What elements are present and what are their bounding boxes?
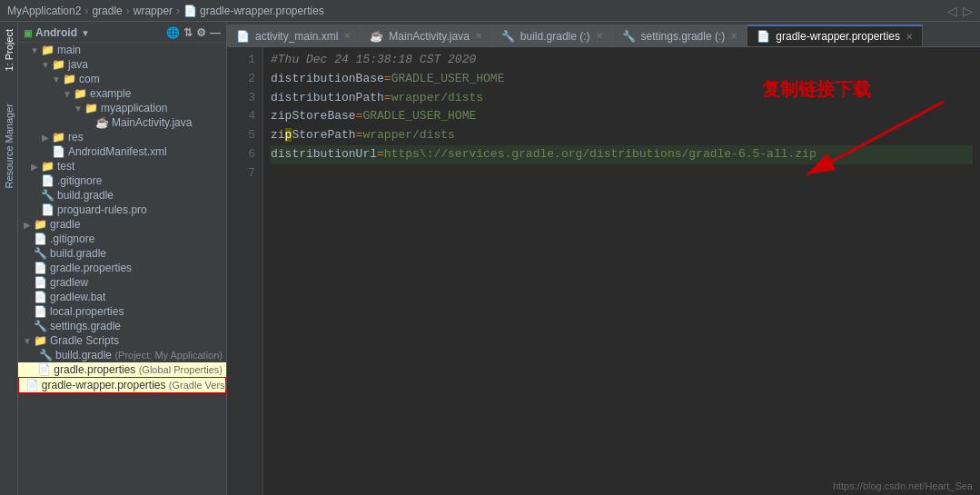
android-icon: ▣	[24, 28, 32, 38]
expand-arrow: ▼	[40, 60, 51, 70]
tree-item-java[interactable]: ▼ 📁 java	[18, 57, 226, 72]
expand-arrow: ▼	[73, 104, 84, 114]
xml-file-icon: 📄	[236, 30, 250, 43]
gradle-icon: 🔧	[33, 320, 47, 332]
tab-close-icon[interactable]: ✕	[343, 31, 351, 41]
xml-icon: 📄	[51, 145, 65, 158]
code-line-1: #Thu Dec 24 15:38:18 CST 2020	[271, 51, 973, 70]
expand-arrow: ▶	[29, 162, 40, 172]
main-layout: 1: Project Resource Manager ▣ Android ▼ …	[0, 22, 980, 495]
folder-icon: 📁	[33, 218, 47, 231]
gradle-icon: 🔧	[40, 189, 54, 202]
code-line-6: distributionUrl=https\://services.gradle…	[271, 145, 973, 164]
tab-project[interactable]: 1: Project	[2, 22, 16, 78]
tree-item-mainactivity[interactable]: ☕ MainActivity.java	[18, 115, 226, 130]
tab-buildgradle[interactable]: 🔧 build.gradle (:) ✕	[492, 25, 613, 46]
file-icon: 📄	[33, 233, 47, 245]
folder-icon: 📁	[33, 334, 47, 347]
editor-content: 1 2 3 4 5 6 7 #Thu Dec 24 15:38:18 CST 2…	[227, 47, 980, 495]
tree-item-settings-gradle[interactable]: 🔧 settings.gradle	[18, 319, 226, 333]
tab-close-icon[interactable]: ✕	[596, 31, 603, 41]
folder-icon: 📁	[62, 73, 76, 85]
side-tabs: 1: Project Resource Manager	[0, 22, 18, 495]
tree-item-buildgradle[interactable]: 🔧 build.gradle	[18, 246, 226, 261]
tree-item-gradle-folder[interactable]: ▶ 📁 gradle	[18, 217, 226, 232]
folder-icon: 📁	[51, 131, 65, 144]
tree-item-main[interactable]: ▼ 📁 main	[18, 43, 226, 57]
folder-icon: 📁	[73, 87, 87, 100]
window-minimize-icon[interactable]: ◁	[947, 4, 957, 18]
tree-item-myapplication[interactable]: ▼ 📁 myapplication	[18, 101, 226, 115]
code-line-3: distributionPath=wrapper/dists	[271, 89, 973, 108]
expand-arrow: ▼	[22, 336, 33, 346]
tree-item-androidmanifest[interactable]: 📄 AndroidManifest.xml	[18, 144, 226, 159]
file-icon: 📄	[40, 174, 54, 187]
tab-mainactivity[interactable]: ☕ MainActivity.java ✕	[361, 25, 491, 46]
tab-close-icon[interactable]: ✕	[906, 32, 913, 42]
gradle-file-icon: 🔧	[501, 30, 515, 43]
tab-activity-main[interactable]: 📄 activity_main.xml ✕	[227, 25, 361, 46]
dropdown-arrow[interactable]: ▼	[81, 28, 90, 38]
breadcrumb-bar: MyApplication2 › gradle › wrapper › 📄gra…	[0, 0, 980, 22]
settings-icon[interactable]: ⚙	[196, 26, 206, 39]
project-panel: 1: Project Resource Manager ▣ Android ▼ …	[0, 22, 227, 495]
gradle-icon: 🔧	[33, 247, 47, 260]
gradle-icon: 🔧	[39, 349, 53, 361]
code-line-5: zipStorePath=wrapper/dists	[271, 126, 973, 145]
minimize-panel-icon[interactable]: —	[210, 26, 221, 39]
tree-item-test[interactable]: ▶ 📁 test	[18, 159, 226, 173]
breadcrumb: MyApplication2 › gradle › wrapper › 📄gra…	[7, 5, 324, 17]
file-icon: 📄	[33, 276, 47, 289]
line-numbers: 1 2 3 4 5 6 7	[227, 47, 263, 495]
sort-icon[interactable]: ⇅	[183, 26, 193, 39]
tree-item-proguard[interactable]: 📄 proguard-rules.pro	[18, 203, 226, 217]
properties-icon: 📄	[40, 203, 54, 216]
tree-item-res[interactable]: ▶ 📁 res	[18, 130, 226, 144]
tree-item-gradlew[interactable]: 📄 gradlew	[18, 275, 226, 290]
tree-item-gitignore-root[interactable]: 📄 .gitignore	[18, 173, 226, 188]
tab-label: activity_main.xml	[255, 30, 338, 43]
java-file-icon: ☕	[370, 30, 383, 43]
tree-item-gradle-properties[interactable]: 📄 gradle.properties	[18, 261, 226, 275]
sync-icon[interactable]: 🌐	[166, 26, 180, 39]
tab-settings-gradle[interactable]: 🔧 settings.gradle (:) ✕	[613, 25, 748, 46]
tab-label: gradle-wrapper.properties	[776, 30, 900, 43]
breadcrumb-actions: ◁ ▷	[947, 4, 973, 18]
tab-gradle-wrapper[interactable]: 📄 gradle-wrapper.properties ✕	[747, 25, 923, 46]
tree-item-gradle-properties-global[interactable]: 📄 gradle.properties (Global Properties)	[18, 362, 226, 377]
tree-item-build-gradle-project[interactable]: 🔧 build.gradle (Project: My Application)	[18, 348, 226, 362]
code-line-2: distributionBase=GRADLE_USER_HOME	[271, 70, 973, 89]
code-line-7	[271, 164, 973, 183]
expand-arrow: ▼	[62, 89, 73, 99]
code-editor[interactable]: #Thu Dec 24 15:38:18 CST 2020 distributi…	[263, 47, 980, 495]
tree-item-gitignore[interactable]: 📄 .gitignore	[18, 232, 226, 246]
expand-arrow: ▶	[22, 220, 33, 230]
project-tree: ▣ Android ▼ 🌐 ⇅ ⚙ — ▼ 📁 main	[18, 22, 226, 495]
editor-area: 📄 activity_main.xml ✕ ☕ MainActivity.jav…	[227, 22, 980, 495]
bc-gradle[interactable]: gradle	[92, 5, 122, 17]
tree-item-com[interactable]: ▼ 📁 com	[18, 72, 226, 86]
expand-arrow: ▶	[40, 133, 51, 143]
tab-label: MainActivity.java	[389, 30, 469, 43]
tree-item-example[interactable]: ▼ 📁 example	[18, 86, 226, 101]
editor-tabs: 📄 activity_main.xml ✕ ☕ MainActivity.jav…	[227, 22, 980, 47]
tree-item-gradle-scripts[interactable]: ▼ 📁 Gradle Scripts	[18, 333, 226, 348]
bc-app[interactable]: MyApplication2	[7, 5, 81, 17]
expand-arrow: ▼	[51, 74, 62, 84]
bc-file[interactable]: 📄gradle-wrapper.properties	[183, 5, 324, 17]
properties-icon: 📄	[37, 363, 51, 376]
gradle-file-icon: 🔧	[622, 30, 636, 43]
window-restore-icon[interactable]: ▷	[963, 4, 973, 18]
folder-icon: 📁	[40, 44, 54, 56]
properties-icon: 📄	[33, 305, 47, 318]
bc-wrapper[interactable]: wrapper	[134, 5, 173, 17]
tree-item-local-properties[interactable]: 📄 local.properties	[18, 304, 226, 319]
tab-close-icon[interactable]: ✕	[730, 31, 737, 41]
tree-item-gradle-wrapper-selected[interactable]: 📄 gradle-wrapper.properties (Gradle Vers…	[18, 377, 226, 393]
tab-label: settings.gradle (:)	[641, 30, 726, 43]
tree-item-gradlew-bat[interactable]: 📄 gradlew.bat	[18, 290, 226, 304]
android-label: Android	[35, 26, 77, 39]
tab-resource-manager[interactable]: Resource Manager	[2, 96, 16, 196]
tree-item-buildgradle-root[interactable]: 🔧 build.gradle	[18, 188, 226, 203]
tab-close-icon[interactable]: ✕	[475, 31, 482, 41]
